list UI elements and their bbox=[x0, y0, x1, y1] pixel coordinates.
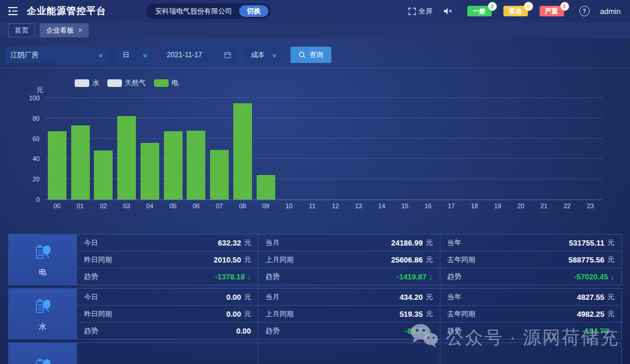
alarm-urgent-count: 0 bbox=[524, 2, 533, 11]
metric-cell: 当月434.20元 bbox=[258, 289, 440, 305]
metric-label: 趋势 bbox=[84, 272, 98, 282]
y-tick-label: 0 bbox=[16, 196, 40, 203]
metric-row: 今日0.00元当月434.20元当年4827.55元 bbox=[77, 289, 621, 306]
mute-icon[interactable] bbox=[443, 7, 452, 15]
alarm-general-badge[interactable]: 一般 0 bbox=[467, 6, 492, 16]
collapse-menu-icon[interactable] bbox=[7, 5, 19, 17]
trend-down-icon: ↓ bbox=[429, 327, 433, 335]
metric-cell: 去年同期4982.25元 bbox=[440, 306, 621, 322]
chevron-down-icon: ∨ bbox=[271, 52, 277, 58]
bar-03 bbox=[117, 116, 136, 200]
x-tick-label: 14 bbox=[378, 202, 385, 209]
gridline bbox=[46, 97, 602, 98]
tab-home[interactable]: 首页 bbox=[8, 23, 35, 37]
metric-unit: 元 bbox=[244, 292, 251, 302]
metric-label: 趋势 bbox=[265, 272, 279, 282]
metric-cell: 今日0.00元 bbox=[77, 343, 258, 364]
metric-value: -85.15 bbox=[405, 327, 426, 335]
bar-02 bbox=[94, 150, 113, 200]
chart-x-labels: 0001020304050607080910111213141516171819… bbox=[46, 202, 602, 211]
alarm-critical-count: 0 bbox=[560, 2, 569, 11]
energy-type-card-gas bbox=[9, 343, 77, 364]
calendar-icon bbox=[224, 51, 231, 58]
metric-value: 4827.55 bbox=[577, 293, 604, 302]
metric-value: 0.00 bbox=[226, 310, 241, 318]
electricity-battery-leaf-icon bbox=[33, 242, 52, 264]
metric-cell: 当年45173.59元 bbox=[440, 343, 621, 364]
trend-down-icon: ↓ bbox=[429, 272, 433, 281]
x-tick-label: 21 bbox=[541, 202, 548, 209]
metric-label: 当月 bbox=[265, 292, 279, 302]
x-tick-label: 12 bbox=[332, 202, 339, 209]
site-select[interactable]: 江阴厂房∨ bbox=[5, 47, 108, 63]
metric-value: -1378.18 bbox=[215, 272, 245, 281]
x-tick-label: 10 bbox=[285, 202, 292, 209]
energy-type-label: 电 bbox=[39, 267, 47, 278]
fullscreen-button[interactable]: 全屏 bbox=[408, 6, 433, 16]
metric-label: 去年同期 bbox=[447, 255, 475, 265]
x-tick-label: 15 bbox=[401, 202, 408, 209]
metric-table: 今日0.00元当月434.20元当年4827.55元昨日同期0.00元上月同期5… bbox=[77, 289, 621, 339]
query-button[interactable]: 查询 bbox=[290, 47, 331, 63]
date-input[interactable]: 2021-11-17 bbox=[161, 47, 237, 63]
metric-cell: 趋势-57020.45↓ bbox=[440, 268, 621, 285]
x-tick-label: 00 bbox=[54, 202, 61, 209]
metric-row: 趋势-1378.18↓趋势-1419.87↓趋势-57020.45↓ bbox=[77, 268, 621, 285]
metric-unit: 元 bbox=[426, 292, 433, 302]
trend-down-icon: ↓ bbox=[247, 272, 251, 281]
alarm-urgent-badge[interactable]: 紧急 0 bbox=[503, 6, 528, 16]
period-select[interactable]: 日∨ bbox=[117, 47, 153, 63]
user-menu[interactable]: admin bbox=[600, 7, 621, 16]
metric-row: 趋势0.00趋势-85.15↓趋势-154.70↓ bbox=[77, 323, 621, 339]
switch-company-button[interactable]: 切换 bbox=[239, 5, 268, 17]
y-tick-label: 40 bbox=[16, 155, 40, 162]
metric-label: 昨日同期 bbox=[84, 309, 112, 319]
alarm-general-count: 0 bbox=[488, 2, 497, 11]
metric-label: 今日 bbox=[84, 238, 98, 248]
x-tick-label: 13 bbox=[355, 202, 362, 209]
metric-value: 2010.50 bbox=[214, 256, 241, 264]
section-divider bbox=[0, 68, 630, 68]
metric-cell: 今日0.00元 bbox=[77, 289, 258, 305]
bar-07 bbox=[210, 150, 229, 200]
tab-close-icon[interactable]: × bbox=[78, 27, 82, 34]
legend-item-water[interactable]: 水 bbox=[75, 78, 99, 88]
metric-value: 0.00 bbox=[236, 327, 251, 335]
metric-cell: 当年531755.11元 bbox=[440, 235, 621, 251]
x-tick-label: 05 bbox=[170, 202, 177, 209]
metric-label: 今日 bbox=[84, 292, 98, 302]
bar-05 bbox=[164, 131, 183, 200]
metric-select[interactable]: 成本∨ bbox=[245, 47, 282, 63]
legend-item-gas[interactable]: 天然气 bbox=[107, 78, 146, 88]
trend-down-icon: ↓ bbox=[610, 327, 614, 335]
alarm-badges: 一般 0 紧急 0 严重 0 bbox=[467, 6, 564, 16]
metric-value: 25606.86 bbox=[391, 256, 422, 264]
chart-plot bbox=[46, 98, 602, 200]
legend-item-electricity[interactable]: 电 bbox=[154, 78, 178, 88]
x-tick-label: 09 bbox=[262, 202, 270, 209]
fullscreen-icon bbox=[408, 8, 416, 15]
metric-row: 昨日同期0.00元上月同期519.35元去年同期4982.25元 bbox=[77, 306, 621, 323]
metric-row: 昨日同期2010.50元上月同期25606.86元去年同期588775.56元 bbox=[77, 251, 621, 268]
tab-enterprise-board[interactable]: 企业看板 × bbox=[40, 23, 89, 37]
alarm-critical-badge[interactable]: 严重 0 bbox=[540, 6, 564, 16]
bar-01 bbox=[71, 125, 90, 200]
metric-cell: 趋势-85.15↓ bbox=[258, 323, 440, 339]
metric-label: 昨日同期 bbox=[84, 255, 112, 265]
metric-value: -154.70 bbox=[582, 327, 608, 335]
metric-row: 今日0.00元当月3625.58元当年45173.59元 bbox=[77, 343, 621, 364]
metric-row: 今日632.32元当月24186.99元当年531755.11元 bbox=[77, 235, 621, 251]
metric-label: 去年同期 bbox=[447, 309, 475, 319]
y-tick-label: 80 bbox=[16, 115, 40, 122]
metric-value: 632.32 bbox=[218, 239, 242, 247]
metric-unit: 元 bbox=[244, 255, 251, 265]
y-tick-label: 60 bbox=[16, 135, 40, 142]
x-tick-label: 20 bbox=[517, 202, 524, 209]
metric-value: -1419.87 bbox=[397, 272, 426, 281]
help-icon[interactable]: ? bbox=[579, 6, 590, 16]
metric-cell: 趋势-154.70↓ bbox=[440, 323, 621, 339]
metric-label: 趋势 bbox=[447, 272, 461, 282]
bar-06 bbox=[187, 131, 205, 200]
energy-groups: 电今日632.32元当月24186.99元当年531755.11元昨日同期201… bbox=[8, 234, 622, 364]
company-name: 安科瑞电气股份有限公司 bbox=[155, 6, 232, 16]
